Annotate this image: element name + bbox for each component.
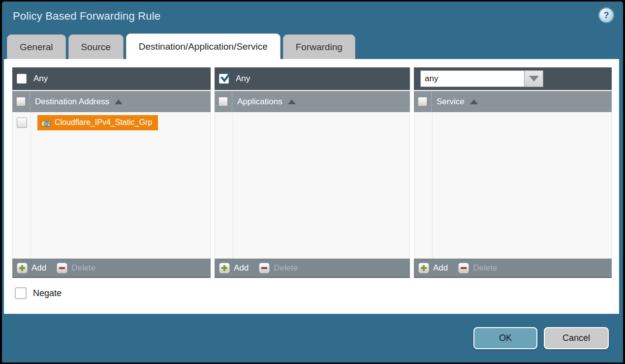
destination-any-label: Any — [33, 74, 48, 84]
applications-select-all-checkbox[interactable] — [219, 97, 228, 106]
service-add-button[interactable]: Add — [433, 263, 448, 273]
service-header-label: Service — [437, 97, 465, 107]
delete-icon[interactable] — [458, 263, 469, 273]
applications-any-label: Any — [236, 74, 250, 84]
destination-toolbar: Add Delete — [12, 258, 211, 278]
service-dropdown[interactable]: any — [420, 70, 543, 87]
add-icon[interactable] — [219, 263, 230, 273]
service-column: any Service — [414, 67, 612, 278]
delete-icon[interactable] — [57, 263, 67, 273]
service-dropdown-value[interactable]: any — [420, 70, 525, 87]
destination-header-label: Destination Address — [35, 97, 109, 107]
address-object-label: Cloudflare_IPv4_Static_Grp — [55, 118, 152, 127]
destination-add-button[interactable]: Add — [31, 263, 46, 273]
tab-content-panel: Any Destination Address — [4, 59, 619, 314]
chevron-down-icon — [529, 76, 539, 82]
applications-header-label: Applications — [237, 97, 282, 107]
destination-column-header[interactable]: Destination Address — [12, 90, 211, 112]
applications-toolbar: Add Delete — [215, 258, 410, 278]
policy-forwarding-dialog: Policy Based Forwarding Rule ? General S… — [2, 1, 623, 363]
add-icon[interactable] — [418, 263, 429, 273]
applications-delete-button[interactable]: Delete — [274, 263, 298, 273]
ok-button[interactable]: OK — [473, 327, 537, 349]
add-icon[interactable] — [17, 263, 28, 273]
applications-any-checkbox[interactable] — [219, 74, 229, 84]
tab-destination-application-service[interactable]: Destination/Application/Service — [126, 33, 281, 59]
title-bar: Policy Based Forwarding Rule ? — [2, 1, 623, 30]
service-column-header[interactable]: Service — [414, 90, 612, 112]
row-checkbox[interactable] — [17, 118, 27, 128]
tab-bar: General Source Destination/Application/S… — [2, 30, 623, 59]
dialog-action-bar: OK Cancel — [2, 314, 623, 363]
address-group-icon — [41, 118, 51, 127]
applications-column-header[interactable]: Applications — [215, 90, 410, 112]
applications-any-bar: Any — [215, 67, 410, 90]
service-toolbar: Add Delete — [414, 258, 612, 278]
destination-select-all-checkbox[interactable] — [16, 97, 26, 106]
destination-address-column: Any Destination Address — [12, 67, 211, 278]
cancel-button[interactable]: Cancel — [544, 327, 609, 349]
delete-icon[interactable] — [259, 263, 270, 273]
applications-column: Any Applications Add — [215, 67, 410, 278]
tab-source[interactable]: Source — [68, 34, 124, 59]
negate-row: Negate — [12, 287, 612, 299]
columns-container: Any Destination Address — [12, 67, 612, 278]
sort-asc-icon — [470, 99, 478, 104]
applications-add-button[interactable]: Add — [234, 263, 249, 273]
sort-asc-icon — [288, 99, 296, 104]
destination-any-checkbox[interactable] — [17, 74, 27, 84]
destination-list: Cloudflare_IPv4_Static_Grp — [12, 112, 211, 258]
service-dropdown-button[interactable] — [525, 70, 543, 87]
applications-list — [215, 112, 410, 258]
table-row[interactable]: Cloudflare_IPv4_Static_Grp — [13, 112, 210, 133]
destination-any-bar: Any — [12, 67, 211, 90]
destination-delete-button[interactable]: Delete — [71, 263, 95, 273]
help-icon[interactable]: ? — [599, 8, 613, 22]
dialog-window: Policy Based Forwarding Rule ? General S… — [0, 0, 625, 364]
service-select-all-checkbox[interactable] — [418, 97, 427, 106]
dialog-title: Policy Based Forwarding Rule — [13, 10, 160, 23]
selected-address-object[interactable]: Cloudflare_IPv4_Static_Grp — [37, 115, 158, 130]
sort-asc-icon — [115, 99, 123, 104]
tab-general[interactable]: General — [7, 34, 66, 59]
service-delete-button[interactable]: Delete — [473, 263, 497, 273]
negate-label: Negate — [33, 288, 62, 299]
tab-forwarding[interactable]: Forwarding — [283, 34, 355, 59]
service-list — [414, 112, 612, 258]
negate-checkbox[interactable] — [15, 287, 27, 299]
service-dropdown-bar: any — [414, 67, 612, 90]
